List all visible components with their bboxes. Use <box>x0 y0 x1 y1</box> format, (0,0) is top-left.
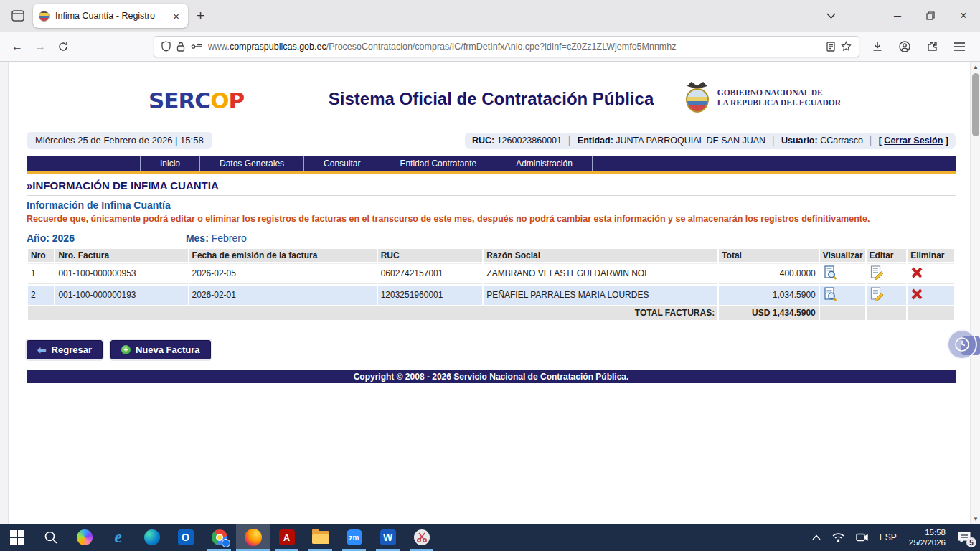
taskbar-zoom-button[interactable]: zm <box>337 524 371 551</box>
col-eliminar: Eliminar <box>908 249 954 262</box>
nav-item-inicio[interactable]: Inicio <box>140 156 199 171</box>
lock-icon[interactable] <box>176 42 185 52</box>
restore-button[interactable] <box>914 0 947 32</box>
tab-title: Infima Cuantía - Registro <box>55 11 164 21</box>
gov-line1: GOBIERNO NACIONAL DE <box>717 88 841 98</box>
internet-explorer-icon: e <box>114 528 121 547</box>
taskbar-file-explorer-button[interactable] <box>303 524 337 551</box>
cell-razon: ZAMBRANO VELASTEGUI DARWIN NOE <box>484 263 717 284</box>
nav-item-administracion[interactable]: Administración <box>496 156 593 171</box>
ecuador-coat-of-arms-icon <box>683 82 712 113</box>
col-visualizar: Visualizar <box>820 249 865 262</box>
taskbar-edge-button[interactable] <box>135 524 169 551</box>
view-invoice-icon[interactable] <box>823 287 837 303</box>
col-razon: Razón Social <box>484 249 717 262</box>
cell-nro: 1 <box>28 263 54 284</box>
taskbar-chrome-button[interactable] <box>202 524 236 551</box>
year-label: Año: <box>27 232 50 244</box>
table-header-row: Nro Nro. Factura Fecha de emisión de la … <box>28 249 954 262</box>
menu-hamburger-icon[interactable] <box>947 36 971 57</box>
total-value: USD 1,434.5900 <box>719 306 819 320</box>
section-title: Información de Infima Cuantía <box>27 199 956 211</box>
extensions-puzzle-icon[interactable] <box>920 36 944 57</box>
permissions-icon[interactable] <box>191 43 202 50</box>
notification-center-icon[interactable]: 5 <box>953 524 976 551</box>
col-ruc: RUC <box>378 249 483 262</box>
back-icon[interactable]: ← <box>6 36 29 57</box>
nav-item-datos-generales[interactable]: Datos Generales <box>199 156 303 171</box>
nav-item-consultar[interactable]: Consultar <box>303 156 380 171</box>
delete-invoice-icon[interactable] <box>910 288 923 303</box>
plus-icon: + <box>121 345 131 354</box>
reload-icon[interactable] <box>52 36 75 57</box>
table-row: 1 001-100-000000953 2026-02-05 060274215… <box>28 263 954 284</box>
forward-icon[interactable]: → <box>29 36 52 57</box>
wifi-icon[interactable] <box>827 524 849 551</box>
government-logo: GOBIERNO NACIONAL DE LA REPUBLICA DEL EC… <box>683 82 841 113</box>
acrobat-icon: A <box>279 529 295 545</box>
new-invoice-button[interactable]: + Nueva Factura <box>110 340 211 359</box>
cell-fecha: 2026-02-05 <box>189 263 377 284</box>
col-editar: Editar <box>867 249 907 262</box>
back-page-button[interactable]: ⬅ Regresar <box>27 340 103 359</box>
search-icon <box>44 530 58 545</box>
reader-view-icon[interactable] <box>826 42 835 52</box>
scroll-up-icon[interactable]: ▲ <box>971 62 980 72</box>
close-window-button[interactable]: × <box>947 0 980 32</box>
meet-now-icon[interactable] <box>851 524 873 551</box>
tab-close-icon[interactable]: × <box>170 10 182 22</box>
tray-date: 25/2/2026 <box>909 537 946 547</box>
nav-item-entidad-contratante[interactable]: Entidad Contratante <box>380 156 496 171</box>
outlook-icon: O <box>178 529 194 545</box>
edit-invoice-icon[interactable] <box>870 265 884 282</box>
taskbar-internet-explorer-button[interactable]: e <box>101 524 135 551</box>
browser-tab-strip: Infima Cuantía - Registro × + ─ × <box>0 0 980 32</box>
snip-tool-icon <box>414 529 430 545</box>
delete-invoice-icon[interactable] <box>910 266 923 281</box>
taskbar-copilot-button[interactable] <box>67 524 101 551</box>
site-favicon-icon <box>39 11 50 22</box>
minimize-button[interactable]: ─ <box>881 0 914 32</box>
url-bar[interactable]: www.compraspublicas.gob.ec/ProcesoContra… <box>154 36 859 57</box>
month-value: Febrero <box>212 232 247 244</box>
cell-factura: 001-100-000000193 <box>55 286 187 305</box>
firefox-view-icon[interactable] <box>6 5 30 27</box>
account-icon[interactable] <box>892 36 917 57</box>
scroll-down-icon[interactable]: ▼ <box>971 514 980 524</box>
tray-clock[interactable]: 15:58 25/2/2026 <box>903 527 951 548</box>
scrollbar-thumb[interactable] <box>972 73 979 136</box>
taskbar-word-button[interactable]: W <box>371 524 405 551</box>
taskbar-search-button[interactable] <box>34 524 67 551</box>
session-info: RUC: 1260023860001 │ Entidad: JUNTA PARR… <box>465 133 956 149</box>
word-icon: W <box>380 529 396 545</box>
taskbar-acrobat-button[interactable]: A <box>270 524 303 551</box>
edit-invoice-icon[interactable] <box>870 287 884 303</box>
downloads-icon[interactable] <box>865 36 890 57</box>
new-tab-button[interactable]: + <box>188 8 213 24</box>
language-indicator[interactable]: ESP <box>875 524 902 551</box>
shield-icon[interactable] <box>161 41 171 52</box>
clock-overlay-icon[interactable] <box>947 329 977 359</box>
screen-overlay-widget[interactable] <box>947 329 977 359</box>
taskbar-firefox-button[interactable] <box>236 524 270 551</box>
usuario-value: CCarrasco <box>820 136 863 146</box>
table-row: 2 001-100-000000193 2026-02-01 120325196… <box>28 286 954 305</box>
list-all-tabs-icon[interactable] <box>809 0 852 32</box>
zoom-app-icon: zm <box>347 529 362 545</box>
bookmark-star-icon[interactable] <box>841 41 852 52</box>
cell-ruc: 1203251960001 <box>378 286 483 305</box>
taskbar-snip-button[interactable] <box>405 524 438 551</box>
cell-razon: PEÑAFIEL PARRALES MARIA LOURDES <box>484 286 717 305</box>
total-label: TOTAL FACTURAS: <box>28 306 717 320</box>
view-invoice-icon[interactable] <box>823 265 837 282</box>
browser-tab[interactable]: Infima Cuantía - Registro × <box>33 4 188 28</box>
taskbar-outlook-button[interactable]: O <box>169 524 202 551</box>
start-button[interactable] <box>0 524 34 551</box>
tray-chevron-up-icon[interactable] <box>807 524 826 551</box>
logout-link[interactable]: Cerrar Sesión <box>884 136 943 146</box>
file-explorer-icon <box>312 531 329 544</box>
period-row: Año: 2026 Mes: Febrero <box>27 232 956 244</box>
vertical-scrollbar[interactable]: ▲ ▼ <box>970 62 980 524</box>
firefox-icon <box>245 529 262 546</box>
screen: Infima Cuantía - Registro × + ─ × ← → <box>0 0 980 551</box>
